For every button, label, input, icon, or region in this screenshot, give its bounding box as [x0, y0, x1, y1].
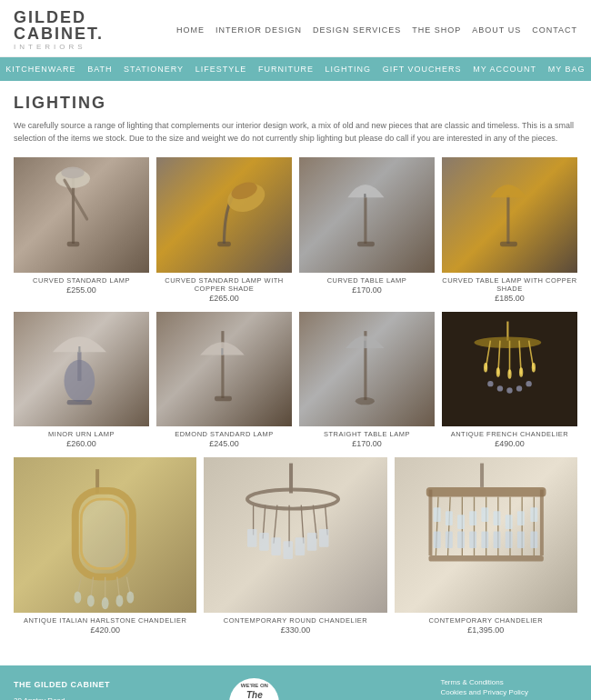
- product-grid-row1: CURVED STANDARD LAMP £255.00 CURVED STAN…: [14, 157, 577, 303]
- product-item-5[interactable]: MINOR URN LAMP £260.00: [14, 312, 149, 449]
- product-price-2: £265.00: [156, 294, 292, 303]
- svg-rect-69: [480, 464, 484, 487]
- svg-point-35: [487, 381, 493, 386]
- svg-rect-85: [457, 515, 465, 529]
- product-name-6: EDMOND STANDARD LAMP: [156, 430, 292, 438]
- svg-point-31: [496, 367, 500, 377]
- cat-lifestyle[interactable]: LIFESTYLE: [191, 57, 252, 81]
- product-image-7: [299, 312, 435, 427]
- product-price-9: £420.00: [14, 625, 196, 635]
- product-name-10: CONTEMPORARY ROUND CHANDELIER: [204, 616, 386, 625]
- product-price-11: £1,395.00: [395, 625, 577, 635]
- product-image-3: [299, 157, 435, 273]
- svg-rect-99: [517, 532, 525, 548]
- svg-rect-17: [221, 331, 224, 398]
- footer-links: Terms & Conditions Cookies and Privacy P…: [440, 678, 577, 700]
- nav-interior-design[interactable]: INTERIOR DESIGN: [215, 25, 302, 35]
- product-item-9[interactable]: ANTIQUE ITALIAN HARLSTONE CHANDELIER £42…: [14, 457, 196, 635]
- product-name-1: CURVED STANDARD LAMP: [14, 276, 149, 285]
- svg-point-36: [497, 385, 503, 391]
- product-image-1: [14, 157, 149, 273]
- cat-stationery[interactable]: STATIONERY: [119, 57, 188, 81]
- nav-design-services[interactable]: DESIGN SERVICES: [313, 25, 401, 35]
- cat-kitchenware[interactable]: KITCHENWARE: [1, 57, 80, 81]
- svg-point-52: [126, 592, 134, 604]
- product-price-8: £490.00: [442, 439, 577, 448]
- footer-badge: WE'RE ON The 1st HOUSE: [229, 678, 279, 700]
- cat-bath[interactable]: BATH: [83, 57, 116, 81]
- svg-rect-86: [469, 512, 476, 526]
- footer: THE GILDED CABINET 29 Anstey Road Alton,…: [0, 665, 591, 700]
- svg-point-34: [532, 363, 536, 373]
- logo-subtitle: INTERIORS: [14, 43, 104, 51]
- nav-home[interactable]: HOME: [176, 25, 205, 35]
- svg-rect-66: [296, 537, 306, 555]
- footer-address: THE GILDED CABINET 29 Anstey Road Alton,…: [14, 678, 110, 700]
- footer-contact: WE'RE ON The 1st HOUSE 01420 556583 info…: [229, 678, 321, 700]
- product-item-1[interactable]: CURVED STANDARD LAMP £255.00: [14, 157, 149, 303]
- product-item-6[interactable]: EDMOND STANDARD LAMP £245.00: [156, 312, 292, 449]
- logo[interactable]: GILDED CABINET. INTERIORS: [14, 9, 104, 51]
- product-price-5: £260.00: [14, 439, 149, 448]
- footer-link-cookies[interactable]: Cookies and Privacy Policy: [440, 688, 577, 696]
- nav-the-shop[interactable]: THE SHOP: [412, 25, 461, 35]
- product-item-3[interactable]: CURVED TABLE LAMP £170.00: [299, 157, 435, 303]
- svg-rect-72: [540, 490, 544, 555]
- svg-rect-91: [530, 508, 537, 523]
- product-item-10[interactable]: CONTEMPORARY ROUND CHANDELIER £330.00: [204, 457, 386, 635]
- svg-rect-93: [446, 532, 453, 548]
- svg-rect-73: [428, 555, 543, 562]
- svg-rect-16: [67, 400, 92, 405]
- svg-rect-83: [433, 508, 440, 523]
- svg-rect-11: [506, 195, 509, 244]
- svg-rect-100: [530, 532, 537, 548]
- nav-contact[interactable]: CONTACT: [532, 25, 577, 35]
- svg-point-48: [74, 592, 81, 604]
- svg-rect-70: [426, 487, 546, 497]
- svg-rect-3: [67, 242, 80, 246]
- svg-rect-42: [81, 499, 126, 568]
- svg-rect-14: [77, 350, 81, 381]
- product-image-10: [204, 457, 386, 613]
- product-item-2[interactable]: CURVED STANDARD LAMP WITH COPPER SHADE £…: [156, 157, 292, 303]
- product-price-4: £185.00: [442, 294, 577, 303]
- page-description: We carefully source a range of lighting …: [14, 120, 577, 145]
- product-image-11: [395, 457, 577, 613]
- product-item-8[interactable]: ANTIQUE FRENCH CHANDELIER £490.00: [442, 312, 577, 449]
- product-item-7[interactable]: STRAIGHT TABLE LAMP £170.00: [299, 312, 435, 449]
- product-grid-row2: MINOR URN LAMP £260.00 EDMOND STANDARD L…: [14, 312, 577, 449]
- svg-point-30: [484, 363, 487, 373]
- cat-lighting[interactable]: LIGHTING: [321, 57, 376, 81]
- product-item-4[interactable]: CURVED TABLE LAMP WITH COPPER SHADE £185…: [442, 157, 577, 303]
- svg-rect-88: [493, 512, 500, 526]
- svg-rect-98: [505, 532, 512, 548]
- product-price-6: £245.00: [156, 439, 292, 448]
- svg-point-32: [507, 369, 511, 379]
- product-price-10: £330.00: [204, 625, 386, 635]
- footer-address-line1: 29 Anstey Road: [14, 695, 110, 700]
- cat-my-account[interactable]: MY ACCOUNT: [468, 57, 541, 81]
- svg-rect-10: [357, 242, 375, 246]
- svg-point-38: [516, 385, 522, 391]
- product-name-3: CURVED TABLE LAMP: [299, 276, 435, 285]
- footer-links-col: Terms & Conditions Cookies and Privacy P…: [440, 678, 577, 700]
- footer-link-terms[interactable]: Terms & Conditions: [440, 678, 577, 686]
- product-image-9: [14, 457, 196, 613]
- cat-furniture[interactable]: FURNITURE: [254, 57, 318, 81]
- product-image-6: [156, 312, 292, 427]
- cat-my-bag[interactable]: MY BAG: [544, 57, 590, 81]
- svg-rect-89: [505, 515, 512, 529]
- svg-point-39: [526, 381, 531, 386]
- product-item-11[interactable]: CONTEMPORARY CHANDELIER £1,395.00: [395, 457, 577, 635]
- nav-about-us[interactable]: ABOUT US: [472, 25, 521, 35]
- svg-rect-95: [469, 532, 476, 548]
- cat-gift-vouchers[interactable]: GIFT VOUCHERS: [378, 57, 466, 81]
- svg-rect-90: [517, 512, 525, 526]
- svg-point-22: [356, 397, 375, 405]
- category-navigation: KITCHENWARE BATH STATIONERY LIFESTYLE FU…: [0, 57, 591, 81]
- product-price-1: £255.00: [14, 285, 149, 295]
- product-grid-row3: ANTIQUE ITALIAN HARLSTONE CHANDELIER £42…: [14, 457, 577, 635]
- product-price-3: £170.00: [299, 285, 435, 295]
- svg-rect-92: [433, 532, 440, 548]
- svg-rect-7: [217, 242, 231, 246]
